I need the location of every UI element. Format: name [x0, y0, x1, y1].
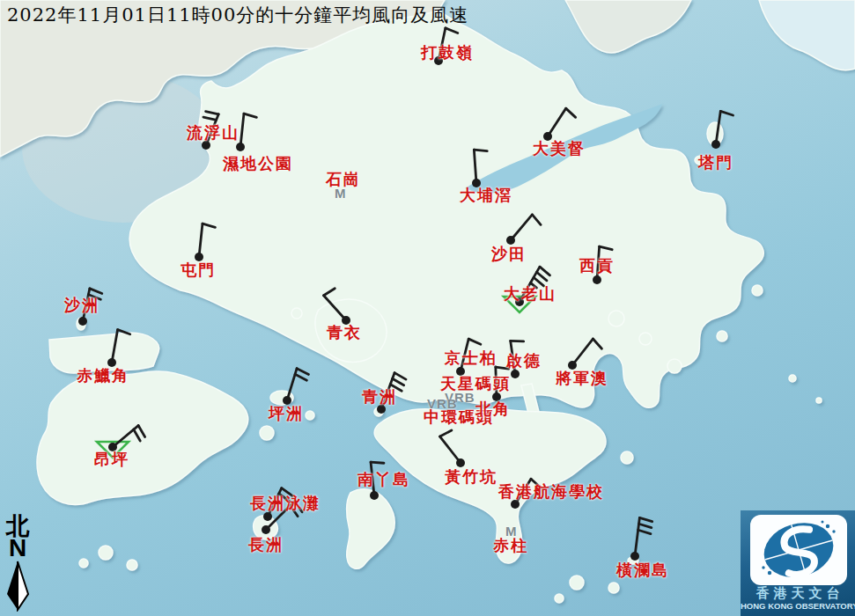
station-dot [434, 56, 443, 65]
compass-arrow-icon [5, 561, 30, 612]
station-green-island [377, 373, 406, 414]
station-dot [78, 317, 87, 326]
station-dot [515, 297, 524, 306]
station-dot [543, 132, 552, 141]
station-dot [492, 392, 501, 401]
station-tates-cairn [504, 267, 549, 312]
compass-letter: N [2, 538, 33, 559]
hko-logo-corner: 香港天文台 HONG KONG OBSERVATORY [741, 510, 855, 616]
station-sha-chau [78, 289, 102, 326]
station-dot [630, 552, 639, 561]
station-cheung-chau-beach [263, 488, 292, 521]
station-ta-kwu-ling [434, 28, 458, 65]
station-dot [593, 275, 601, 284]
hko-logo [750, 515, 847, 585]
station-wetland-park [236, 114, 256, 151]
compass-north: 北 N [2, 514, 33, 612]
station-dot [283, 396, 291, 405]
station-sai-kung [593, 246, 612, 284]
station-tai-mei-tuk [543, 108, 576, 141]
station-waglan-island [630, 517, 652, 561]
station-peng-chau [283, 369, 308, 405]
station-dot [506, 236, 515, 245]
hko-name-zh: 香港天文台 [741, 587, 855, 600]
wind-map: 打鼓嶺流浮山濕地公園石崗M大美督塔門大埔滘沙田西貢屯門沙洲大老山青衣赤鱲角京士柏… [0, 0, 855, 616]
station-dot [108, 443, 117, 451]
station-dot [195, 253, 203, 261]
station-tai-po-kau [472, 150, 487, 187]
hko-logo-icon [750, 515, 847, 585]
station-dot [263, 512, 272, 521]
station-chek-lap-kok [107, 330, 130, 367]
station-dot [711, 140, 720, 149]
station-dot [202, 141, 210, 150]
station-tsing-yi [324, 289, 350, 325]
station-dot [262, 525, 270, 534]
station-lamma-island [370, 462, 384, 500]
station-tseung-kwan-o [568, 339, 601, 370]
station-dot [377, 405, 386, 414]
station-dot [472, 179, 481, 187]
station-tap-mun [711, 111, 733, 149]
station-sha-tin [506, 215, 541, 245]
station-lau-fau-shan [202, 112, 218, 150]
station-dot [511, 500, 520, 509]
station-hk-sea-school [511, 479, 541, 509]
map-title: 2022年11月01日11時00分的十分鐘平均風向及風速 [7, 3, 468, 27]
station-dot [511, 370, 520, 378]
station-kai-tak [511, 341, 524, 378]
hko-name-en: HONG KONG OBSERVATORY [741, 602, 855, 611]
station-ngong-ping [97, 426, 145, 458]
station-dot [568, 361, 577, 370]
station-dot [456, 367, 465, 376]
station-dot [456, 458, 465, 467]
station-kings-park [456, 339, 481, 376]
station-dot [342, 316, 350, 325]
wind-barbs-layer [0, 0, 855, 616]
station-dot [236, 143, 245, 151]
station-north-point [492, 367, 509, 401]
station-tuen-mun [195, 224, 215, 261]
station-dot [107, 358, 116, 367]
station-wong-chuk-hang [440, 430, 465, 467]
station-dot [370, 491, 379, 500]
